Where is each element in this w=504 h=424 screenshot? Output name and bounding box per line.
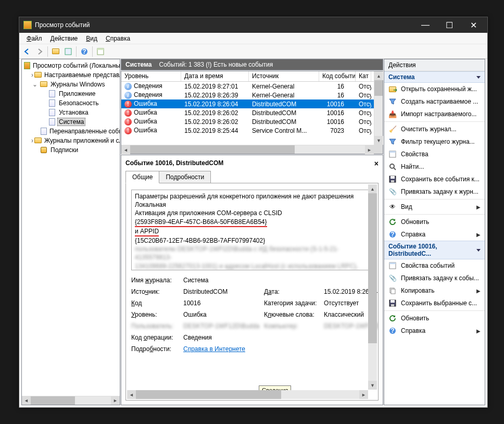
- svg-rect-19: [390, 300, 395, 303]
- table-row[interactable]: !Ошибка15.02.2019 8:26:02DistributedCOM1…: [121, 108, 374, 117]
- action-refresh[interactable]: Обновить: [384, 312, 485, 325]
- tree-app-services[interactable]: ›Журналы приложений и служб: [23, 136, 119, 145]
- svg-text:?: ?: [82, 48, 86, 55]
- menu-help[interactable]: Справка: [102, 34, 134, 43]
- props-icon: [388, 261, 397, 270]
- table-row[interactable]: iСведения15.02.2019 8:27:01Kernel-Genera…: [121, 82, 374, 91]
- table-row[interactable]: !Ошибка15.02.2019 8:25:44Service Control…: [121, 126, 374, 135]
- center-header: Система Событий: 1 383 (!) Есть новые со…: [121, 59, 383, 70]
- grid-body[interactable]: iСведения15.02.2019 8:27:01Kernel-Genera…: [121, 82, 374, 145]
- menu-file[interactable]: Файл: [22, 34, 46, 43]
- detail-hscrollbar[interactable]: ◄►: [127, 390, 368, 399]
- action-props[interactable]: Свойства: [384, 148, 485, 160]
- detail-vscrollbar[interactable]: ▲▼: [368, 184, 377, 390]
- action-refresh[interactable]: Обновить: [384, 216, 485, 228]
- tree-forwarded[interactable]: Перенаправленные события: [23, 127, 119, 135]
- col-source[interactable]: Источник: [249, 71, 319, 81]
- scroll-left-icon[interactable]: ◄: [22, 396, 31, 405]
- error-icon: !: [124, 101, 132, 108]
- action-import[interactable]: 📥Импорт настраиваемого...: [384, 108, 485, 120]
- help-button[interactable]: ?: [79, 46, 90, 57]
- grid-vscrollbar[interactable]: ▲ ▼: [374, 71, 383, 145]
- action-open[interactable]: ➜Открыть сохраненный ж...: [384, 83, 485, 95]
- scroll-left-icon[interactable]: ◄: [121, 145, 130, 154]
- action-clear[interactable]: 🧹Очистить журнал...: [384, 123, 485, 135]
- tree-root[interactable]: Просмотр событий (Локальный): [23, 61, 119, 70]
- action-attach[interactable]: 📎Привязать задачу к журн...: [384, 185, 485, 198]
- error-icon: !: [124, 109, 132, 117]
- action-copy[interactable]: Копировать▶: [384, 284, 485, 297]
- online-help-link[interactable]: Справка в Интернете: [183, 345, 245, 353]
- tree-hscrollbar[interactable]: ◄ ►: [22, 396, 120, 405]
- action-save[interactable]: Сохранить выбранные с...: [384, 297, 485, 309]
- svg-rect-0: [65, 48, 71, 55]
- col-category[interactable]: Кат: [356, 71, 371, 81]
- action-props[interactable]: Свойства событий: [384, 259, 485, 272]
- action-view[interactable]: 👁Вид▶: [384, 201, 485, 213]
- import-icon: 📥: [388, 110, 397, 118]
- detail-tabs: Общие Подробности: [125, 171, 379, 183]
- scroll-down-icon[interactable]: ▼: [374, 136, 383, 145]
- event-viewer-window: Просмотр событий — ☐ ✕ Файл Действие Вид…: [19, 17, 488, 408]
- properties-button[interactable]: [62, 46, 74, 57]
- tree-application[interactable]: Приложение: [23, 89, 119, 98]
- description-box[interactable]: Параметры разрешений для конкретного при…: [131, 190, 373, 270]
- chevron-right-icon: ▶: [476, 288, 481, 294]
- tree-system[interactable]: Система: [23, 117, 119, 126]
- action-save[interactable]: Сохранить все события к...: [384, 173, 485, 185]
- app-icon: [23, 21, 32, 29]
- show-tree-button[interactable]: [50, 46, 61, 57]
- detail-title: Событие 10016, DistributedCOM: [125, 159, 223, 168]
- col-level[interactable]: Уровень: [121, 71, 181, 81]
- copy-icon: [388, 286, 397, 295]
- scroll-up-icon[interactable]: ▲: [374, 71, 383, 80]
- close-button[interactable]: ✕: [461, 17, 485, 33]
- actions-section-event[interactable]: Событие 10016, DistributedC...: [384, 241, 485, 259]
- grid-hscrollbar[interactable]: ◄ ►: [121, 145, 383, 154]
- open-icon: ➜: [388, 85, 397, 93]
- action-attach[interactable]: 📎Привязать задачу к собы...: [384, 272, 485, 284]
- titlebar[interactable]: Просмотр событий — ☐ ✕: [19, 17, 487, 33]
- tree-custom-views[interactable]: ›Настраиваемые представления: [23, 70, 119, 79]
- tree-subscriptions[interactable]: Подписки: [23, 145, 119, 154]
- maximize-button[interactable]: ☐: [437, 17, 461, 33]
- scroll-right-icon[interactable]: ►: [111, 396, 120, 405]
- table-row[interactable]: iСведения15.02.2019 8:26:39Kernel-Genera…: [121, 91, 374, 99]
- view-button[interactable]: [95, 46, 106, 57]
- actions-pane: Действия Система ➜Открыть сохраненный ж.…: [384, 59, 485, 405]
- detail-close-button[interactable]: ×: [374, 159, 379, 168]
- actions-section-system[interactable]: Система: [384, 71, 485, 83]
- forward-button[interactable]: [34, 46, 45, 57]
- action-filter[interactable]: Фильтр текущего журна...: [384, 135, 485, 148]
- tree-windows-logs[interactable]: ⌄Журналы Windows: [23, 80, 119, 89]
- tab-details[interactable]: Подробности: [159, 171, 211, 183]
- minimize-button[interactable]: —: [413, 17, 437, 33]
- svg-rect-6: [389, 151, 396, 153]
- action-help[interactable]: ?Справка▶: [384, 228, 485, 241]
- scroll-right-icon[interactable]: ►: [365, 145, 374, 154]
- back-button[interactable]: [21, 46, 33, 57]
- col-code[interactable]: Код события: [319, 71, 356, 81]
- table-row[interactable]: !Ошибка15.02.2019 8:26:04DistributedCOM1…: [121, 99, 374, 108]
- tab-general[interactable]: Общие: [125, 171, 159, 183]
- refresh-icon: [388, 218, 397, 226]
- menu-action[interactable]: Действие: [46, 34, 82, 43]
- grid-header[interactable]: Уровень Дата и время Источник Код событи…: [121, 71, 374, 82]
- table-row[interactable]: !Ошибка15.02.2019 8:26:02DistributedCOM1…: [121, 117, 374, 126]
- center-subtitle: Событий: 1 383 (!) Есть новые события: [159, 61, 273, 68]
- col-datetime[interactable]: Дата и время: [181, 71, 249, 81]
- clsid-value: {2593F8B9-4EAF-457C-B68A-50F6B8EA6B54}: [135, 218, 267, 227]
- action-filter[interactable]: Создать настраиваемое ...: [384, 95, 485, 108]
- tree-setup[interactable]: Установка: [23, 108, 119, 117]
- help-icon: ?: [388, 230, 397, 239]
- save-icon: [388, 299, 397, 307]
- chevron-right-icon: ▶: [476, 232, 481, 238]
- tree-security[interactable]: Безопасность: [23, 98, 119, 107]
- detail-fields: Имя журнала:Система Источник:Distributed…: [131, 277, 373, 353]
- window-title: Просмотр событий: [35, 21, 413, 29]
- svg-rect-17: [391, 289, 395, 294]
- action-find[interactable]: Найти...: [384, 160, 485, 173]
- appid-value: {15C20B67-12E7-4BB6-92BB-7AFF07997402}: [135, 237, 265, 244]
- menu-view[interactable]: Вид: [82, 34, 102, 43]
- action-help[interactable]: ?Справка▶: [384, 325, 485, 337]
